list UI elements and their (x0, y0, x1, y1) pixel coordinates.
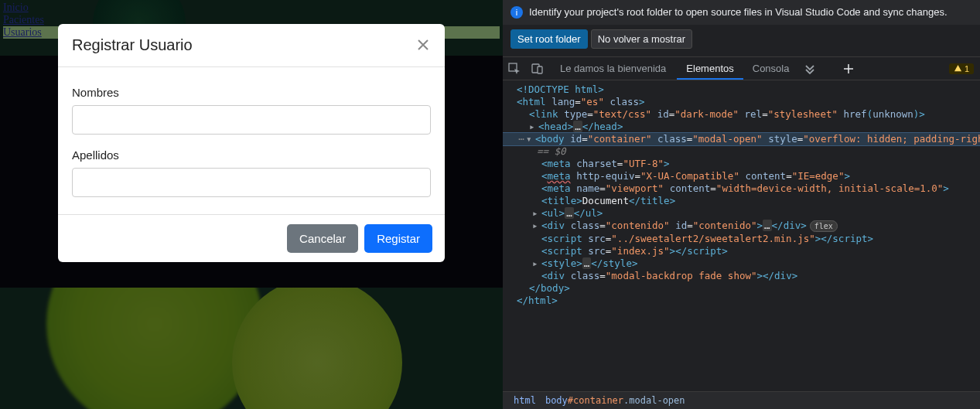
dom-node-style-collapsed[interactable]: ▸<style>…</style> (503, 257, 980, 270)
modal-header: Registrar Usuario (58, 24, 445, 67)
dom-selected-marker: == $0 (503, 145, 980, 158)
dom-node-html-close[interactable]: </html> (503, 295, 980, 307)
info-text: Identify your project's root folder to o… (529, 6, 948, 18)
dom-node-head-collapsed[interactable]: ▸<head>…</head> (503, 121, 980, 133)
tab-consola[interactable]: Consola (743, 58, 799, 79)
close-icon[interactable] (417, 39, 431, 53)
dom-node-div-backdrop[interactable]: <div class="modal-backdrop fade show"></… (503, 270, 980, 282)
dom-node-title[interactable]: <title>Document</title> (503, 195, 980, 207)
dom-node-doctype[interactable]: <!DOCTYPE html> (503, 84, 980, 96)
dom-tree[interactable]: <!DOCTYPE html> <html lang="es" class> <… (503, 80, 980, 366)
dom-node-script1[interactable]: <script src="../sweetalert2/sweetalert2.… (503, 233, 980, 245)
more-tabs-icon[interactable] (798, 58, 821, 80)
info-bar: i Identify your project's root folder to… (503, 0, 980, 25)
input-apellidos[interactable] (72, 168, 431, 197)
info-icon: i (510, 6, 523, 19)
set-root-folder-button[interactable]: Set root folder (510, 29, 588, 49)
dom-node-html-open[interactable]: <html lang="es" class> (503, 96, 980, 108)
modal-body: Nombres Apellidos (58, 67, 445, 215)
breadcrumb-body[interactable]: body#container.modal-open (541, 395, 690, 406)
modal-title: Registrar Usuario (72, 36, 193, 54)
dom-node-meta-charset[interactable]: <meta charset="UTF-8"> (503, 158, 980, 170)
dom-node-ul-collapsed[interactable]: ▸<ul>…</ul> (503, 207, 980, 220)
warnings-badge[interactable]: 1 (949, 63, 974, 74)
root-folder-buttons: Set root folder No volver a mostrar (503, 25, 980, 57)
dom-node-body-close[interactable]: </body> (503, 282, 980, 295)
warnings-count: 1 (965, 64, 969, 73)
device-toolbar-icon[interactable] (526, 58, 549, 80)
welcome-tab[interactable]: Le damos la bienvenida (549, 63, 677, 74)
new-tab-icon[interactable] (837, 58, 860, 80)
dom-node-meta-httpequiv[interactable]: <meta http-equiv="X-UA-Compatible" conte… (503, 170, 980, 182)
app-viewport: Inicio Pacientes Usuarios Agre DE USUARI… (0, 0, 503, 409)
breadcrumb-html[interactable]: html (509, 395, 541, 406)
inspect-element-icon[interactable] (503, 58, 526, 80)
input-nombres[interactable] (72, 105, 431, 135)
cancel-button[interactable]: Cancelar (287, 224, 358, 253)
register-user-modal: Registrar Usuario Nombres Apellidos Canc… (58, 24, 445, 262)
dom-node-link[interactable]: <link type="text/css" id="dark-mode" rel… (503, 108, 980, 121)
modal-footer: Cancelar Registar (58, 215, 445, 262)
dont-show-again-button[interactable]: No volver a mostrar (591, 29, 692, 49)
dom-node-meta-viewport[interactable]: <meta name="viewport" content="width=dev… (503, 182, 980, 195)
register-button[interactable]: Registar (364, 224, 432, 253)
dom-node-body-open[interactable]: ⋯▾<body id="container" class="modal-open… (503, 133, 980, 145)
label-nombres: Nombres (72, 86, 431, 99)
dom-node-div-contenido[interactable]: ▸<div class="contenido" id="contenido">…… (503, 220, 980, 233)
devtools-tabs: Le damos la bienvenida Elementos Consola… (503, 57, 980, 80)
flex-badge[interactable]: flex (810, 220, 838, 232)
tab-elementos[interactable]: Elementos (677, 58, 743, 79)
devtools-panel: i Identify your project's root folder to… (503, 0, 980, 409)
svg-rect-2 (538, 66, 542, 73)
breadcrumb: html body#container.modal-open (503, 391, 980, 409)
dom-node-script2[interactable]: <script src="index.js"></script> (503, 245, 980, 257)
label-apellidos: Apellidos (72, 148, 431, 162)
